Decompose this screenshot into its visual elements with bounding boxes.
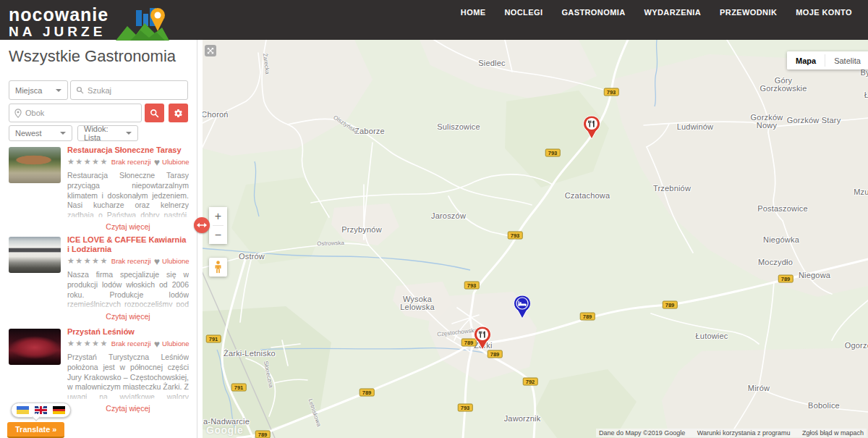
expand-map-icon[interactable] (205, 45, 216, 56)
listing-thumbnail[interactable] (9, 237, 61, 273)
favorite-link[interactable]: Ulubione (162, 340, 190, 348)
road-shield: 793 (604, 88, 619, 96)
star-rating[interactable]: ★★★★★ (67, 157, 109, 167)
gear-icon (174, 109, 183, 118)
read-more-link[interactable]: Czytaj więcej (67, 404, 189, 413)
translate-button[interactable]: Translate » (7, 422, 64, 438)
attribution-report-link[interactable]: Zgłoś błąd w mapach (802, 429, 864, 437)
heart-icon[interactable]: ♥ (154, 258, 160, 265)
nav-wydarzenia[interactable]: WYDARZENIA (644, 8, 702, 17)
site-logo[interactable]: nocowanie NA JURZE (9, 3, 171, 41)
map-place-label: Ludwinów (677, 123, 714, 131)
map-canvas[interactable]: SiedlecChorońZaborzeSuliszowiceGóryGorzk… (203, 40, 868, 438)
search-input[interactable]: Szukaj (70, 80, 188, 100)
road-shield: 792 (523, 378, 538, 386)
map-place-label: Siedlec (478, 59, 505, 67)
zoom-in-button[interactable]: + (209, 207, 227, 225)
map-type-map-button[interactable]: Mapa (787, 51, 825, 70)
sort-select[interactable]: Newest (9, 125, 72, 141)
hotel-map-marker[interactable] (513, 295, 532, 319)
road-shield: 793 (458, 404, 473, 412)
listing-meta: ★★★★★ Brak recenzji ♥ Ulubione (67, 256, 189, 266)
road-shield: 791 (231, 384, 247, 392)
map-place-label: Niegowa (799, 271, 830, 279)
search-button[interactable] (145, 104, 164, 122)
nav-gastronomia[interactable]: GASTRONOMIA (561, 8, 625, 17)
attribution-terms-link[interactable]: Warunki korzystania z programu (697, 429, 791, 437)
listing-item: ICE LOVE & CAFFEE Kawiarnia i Lodziarnia… (0, 235, 197, 322)
zoom-out-button[interactable]: − (209, 226, 227, 244)
map-place-label: By (860, 69, 868, 77)
flag-united-kingdom[interactable] (35, 406, 47, 414)
read-more-link[interactable]: Czytaj więcej (67, 312, 189, 321)
sidebar-collapse-toggle[interactable] (194, 217, 210, 233)
nav-przewodnik[interactable]: PRZEWODNIK (720, 8, 777, 17)
restaurant-map-marker[interactable] (473, 326, 492, 350)
flag-ukraine[interactable] (17, 406, 29, 414)
listing-title[interactable]: Przystań Leśniów (67, 327, 189, 337)
road-shield: 789 (580, 313, 595, 321)
restaurant-map-marker[interactable] (582, 115, 601, 140)
map-place-label: Gorzków Stary (787, 117, 841, 125)
google-watermark: Google (206, 424, 243, 436)
favorite-link[interactable]: Ulubione (162, 158, 190, 166)
road-shield: 789 (255, 431, 271, 438)
chevron-down-icon (56, 89, 61, 92)
sidebar: Wszystkie Gastronomia Miejsca Szukaj Obo… (0, 40, 197, 438)
map-place-label: Ł (864, 91, 868, 99)
header: nocowanie NA JURZE HOME NOCLEGI GASTRONO… (0, 0, 868, 40)
listing-thumbnail[interactable] (9, 329, 61, 365)
category-select-value: Miejsca (15, 86, 42, 95)
map-place-label: Przybynów (341, 226, 382, 234)
search-icon (150, 109, 159, 118)
pegman-icon (214, 261, 222, 274)
map-place-label: Choroń (203, 111, 229, 119)
nav-home[interactable]: HOME (461, 8, 486, 17)
chevron-down-icon (60, 132, 66, 135)
map-place-label: GóryGorzkowskie (760, 77, 807, 93)
star-rating[interactable]: ★★★★★ (67, 256, 109, 266)
listing-thumbnail[interactable] (9, 147, 61, 183)
read-more-link[interactable]: Czytaj więcej (67, 222, 189, 231)
heart-icon[interactable]: ♥ (154, 159, 160, 166)
map-place-label: Trzebniów (653, 185, 691, 193)
view-select[interactable]: Widok: Lista (77, 125, 138, 141)
map-place-label: Mzurów (854, 188, 868, 196)
near-input[interactable]: Obok (9, 104, 142, 122)
map-place-label: Moczydło (758, 258, 793, 266)
location-pin-icon (14, 109, 22, 118)
nav-moje-konto[interactable]: MOJE KONTO (796, 8, 852, 17)
logo-line1: nocowanie (9, 6, 109, 24)
street-view-pegman[interactable] (209, 258, 227, 277)
settings-button[interactable] (169, 104, 188, 122)
road-shield: 793 (508, 232, 523, 240)
category-select[interactable]: Miejsca (9, 80, 68, 100)
listing-title[interactable]: Restauracja Słoneczne Tarasy (67, 146, 189, 155)
road-shield: 789 (663, 301, 678, 309)
map-place-label: Łutowiec (695, 332, 728, 340)
logo-mountains-pin-icon (114, 6, 171, 41)
map-place-label: Ostrów (239, 253, 265, 261)
map-place-label: Żarki-Letnisko (224, 350, 276, 358)
text-fade (67, 391, 189, 404)
map-place-label: Ogorzelnik (845, 342, 868, 350)
text-fade (67, 299, 189, 312)
text-fade (67, 209, 189, 222)
flag-germany[interactable] (53, 406, 65, 414)
attribution-copyright: Dane do Mapy ©2019 Google (599, 429, 685, 437)
listing-title[interactable]: ICE LOVE & CAFFEE Kawiarnia i Lodziarnia (67, 235, 189, 254)
listing-item: Przystań Leśniów ★★★★★ Brak recenzji ♥ U… (0, 327, 197, 414)
rating-text: Brak recenzji (111, 158, 151, 166)
map-place-label: Czatachowa (565, 192, 610, 200)
map-street-label: Ostrowska (317, 240, 344, 247)
chevron-down-icon (126, 132, 132, 135)
heart-icon[interactable]: ♥ (154, 340, 160, 348)
listing-item: Restauracja Słoneczne Tarasy ★★★★★ Brak … (0, 146, 197, 232)
favorite-link[interactable]: Ulubione (162, 257, 190, 265)
rating-text: Brak recenzji (111, 340, 151, 348)
map-type-satellite-button[interactable]: Satelita (825, 51, 868, 70)
star-rating[interactable]: ★★★★★ (67, 339, 109, 348)
nav-noclegi[interactable]: NOCLEGI (504, 8, 542, 17)
near-placeholder: Obok (25, 109, 44, 117)
road-shield: 789 (359, 389, 375, 397)
